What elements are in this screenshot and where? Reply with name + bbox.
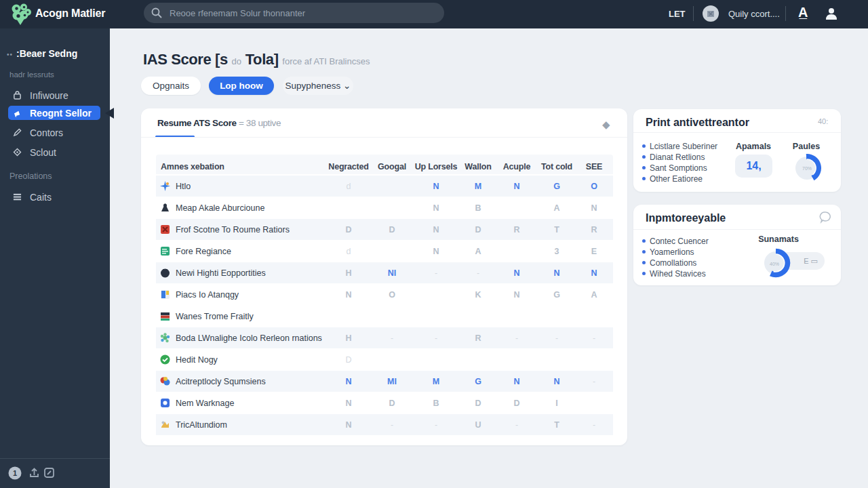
svg-text:1: 1 [13, 469, 17, 477]
svg-text:40%: 40% [770, 262, 779, 266]
svg-text:70%: 70% [802, 166, 812, 171]
